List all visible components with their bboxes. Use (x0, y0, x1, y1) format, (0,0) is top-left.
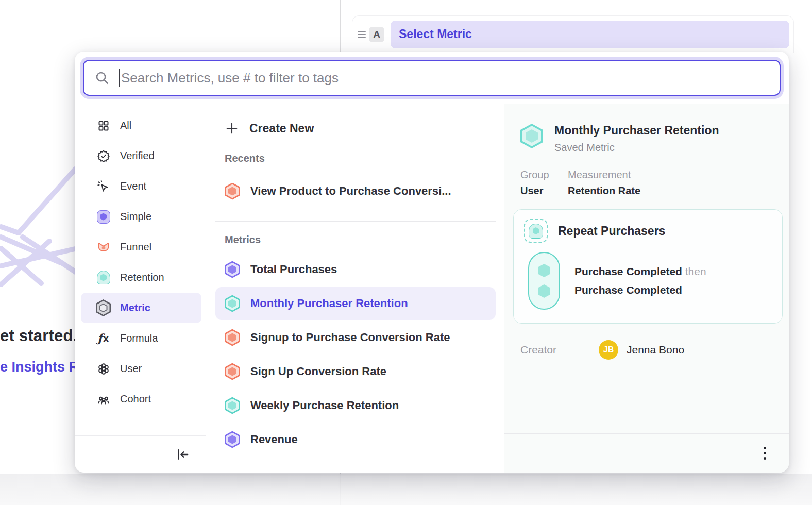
sidebar-item-cohort[interactable]: Cohort (81, 384, 201, 414)
search-icon (94, 70, 110, 86)
metric-item-total-purchases[interactable]: Total Purchases (215, 253, 496, 286)
sidebar-item-label: Funnel (120, 241, 151, 253)
creator-label: Creator (520, 344, 599, 356)
definition-step-2: Purchase Completed (574, 284, 706, 296)
group-value: User (520, 185, 555, 197)
definition-title: Repeat Purchasers (558, 224, 665, 238)
select-metric-button[interactable]: Select Metric (391, 21, 789, 48)
detail-subtitle: Saved Metric (554, 142, 719, 154)
retention-icon (96, 271, 110, 284)
create-new-button[interactable]: Create New (225, 116, 496, 140)
formula-icon: ƒx (96, 331, 110, 345)
retention-steps-pill (528, 252, 560, 310)
collapse-sidebar-icon[interactable] (176, 447, 190, 462)
sidebar-item-funnel[interactable]: Funnel (81, 232, 201, 262)
group-label: Group (520, 169, 555, 181)
metric-item-label: Signup to Purchase Conversion Rate (250, 331, 450, 344)
metric-item-label: Weekly Purchase Retention (250, 399, 399, 412)
metric-item-weekly-purchase-retention[interactable]: Weekly Purchase Retention (215, 389, 496, 422)
metric-item-label: View Product to Purchase Conversi... (250, 184, 451, 198)
measurement-label: Measurement (568, 169, 640, 181)
sidebar-item-label: All (120, 120, 131, 131)
sidebar-item-label: Metric (120, 302, 150, 314)
simple-metric-icon (96, 210, 110, 224)
metric-hexagon-icon (96, 301, 110, 315)
search-box[interactable] (83, 60, 781, 96)
step-hexagon-icon (538, 264, 550, 277)
sidebar-footer (75, 435, 206, 473)
sidebar-item-simple[interactable]: Simple (81, 201, 201, 232)
metric-hexagon-icon (225, 431, 240, 448)
metric-item-monthly-purchaser-retention[interactable]: Monthly Purchaser Retention (215, 287, 496, 320)
background-report-link-fragment[interactable]: e Insights Re (0, 359, 87, 375)
sidebar-item-label: Formula (120, 332, 158, 344)
metric-list-column: Create New Recents View Product to Purch… (206, 104, 504, 473)
metric-hexagon-icon (225, 397, 240, 414)
funnel-icon (96, 240, 110, 254)
filter-sidebar: All Verified Event (75, 104, 206, 473)
drag-handle-icon[interactable] (358, 31, 366, 38)
metric-block-toolbar: A Select Metric (352, 15, 794, 53)
metric-hexagon-icon (225, 363, 240, 380)
verified-badge-icon (96, 149, 110, 163)
sidebar-item-user[interactable]: User (81, 354, 201, 384)
metric-item-label: Total Purchases (250, 263, 337, 276)
more-options-icon[interactable] (760, 444, 769, 463)
create-new-label: Create New (249, 122, 314, 136)
sidebar-item-label: User (120, 363, 142, 375)
metrics-header: Metrics (225, 234, 496, 246)
funnel-metric-icon (225, 183, 240, 200)
sidebar-item-label: Simple (120, 211, 151, 223)
sidebar-item-formula[interactable]: ƒx Formula (81, 323, 201, 354)
cursor-click-icon (96, 179, 110, 193)
metric-detail-panel: Monthly Purchaser Retention Saved Metric… (504, 104, 789, 473)
definition-step-1: Purchase Completed then (574, 265, 706, 278)
metric-hexagon-icon (225, 261, 240, 278)
metric-hexagon-icon (225, 329, 240, 346)
metric-hexagon-icon (225, 295, 240, 312)
metric-definition-card: Repeat Purchasers Purchase Completed the… (513, 209, 783, 324)
detail-footer (504, 433, 789, 473)
grid-icon (96, 119, 110, 132)
sidebar-item-all[interactable]: All (81, 110, 201, 141)
creator-name: Jenna Bono (627, 344, 684, 356)
measurement-value: Retention Rate (568, 185, 640, 197)
metric-item-revenue[interactable]: Revenue (215, 423, 496, 456)
background-bottom-band (0, 474, 812, 505)
detail-title: Monthly Purchaser Retention (554, 124, 719, 138)
block-letter-badge: A (369, 27, 384, 42)
saved-retention-icon (524, 219, 548, 243)
recent-metric-item[interactable]: View Product to Purchase Conversi... (215, 175, 496, 208)
background-heading-fragment: et started. (0, 327, 77, 345)
metric-item-sign-up-conversion-rate[interactable]: Sign Up Conversion Rate (215, 355, 496, 388)
sidebar-item-label: Verified (120, 150, 155, 162)
sidebar-item-label: Retention (120, 272, 164, 283)
metric-item-label: Revenue (250, 433, 298, 446)
metric-hexagon-icon (520, 124, 543, 148)
recents-header: Recents (225, 153, 496, 164)
search-input[interactable] (121, 70, 769, 86)
plus-icon (225, 121, 239, 136)
sidebar-item-metric[interactable]: Metric (81, 293, 201, 323)
sidebar-item-retention[interactable]: Retention (81, 262, 201, 293)
step-connector: then (685, 265, 706, 277)
list-divider (215, 221, 496, 222)
sidebar-item-label: Event (120, 180, 146, 192)
sidebar-item-label: Cohort (120, 393, 151, 405)
creator-avatar: JB (599, 340, 618, 360)
user-cluster-icon (96, 362, 110, 376)
metric-picker-modal: All Verified Event (75, 52, 789, 473)
metric-item-label: Monthly Purchaser Retention (250, 297, 408, 310)
text-caret (119, 69, 120, 87)
cohort-people-icon (96, 392, 110, 406)
step-hexagon-icon (538, 284, 550, 298)
metric-item-signup-to-purchase-conversion-rate[interactable]: Signup to Purchase Conversion Rate (215, 321, 496, 354)
sidebar-item-verified[interactable]: Verified (81, 141, 201, 171)
sidebar-item-event[interactable]: Event (81, 171, 201, 201)
metric-item-label: Sign Up Conversion Rate (250, 365, 386, 378)
